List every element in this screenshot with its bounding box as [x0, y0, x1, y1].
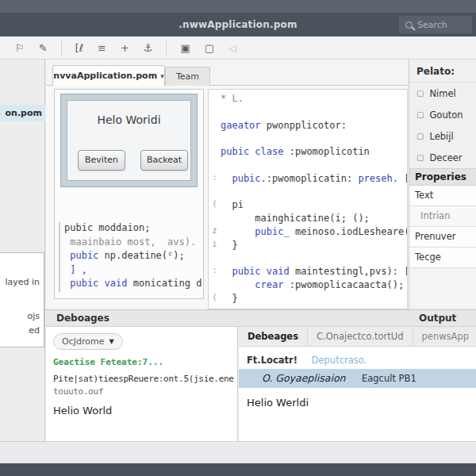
editor-zone: nvvaApplication.pom▾ Team Helo Woridi Be… — [46, 60, 409, 309]
code-token: } — [221, 240, 238, 253]
palette-item-lebijl[interactable]: ▢Lebijl — [409, 125, 476, 147]
search-icon — [405, 21, 413, 29]
gutter-mark: z — [209, 226, 221, 240]
window-top-strip — [0, 0, 476, 13]
gutter-mark — [209, 132, 221, 146]
code-token: monicating d — [133, 278, 202, 289]
console-line: Geactise Feteate:7... — [53, 357, 237, 367]
search-box[interactable]: Search — [399, 16, 472, 33]
palette-item-nimel[interactable]: ▢Nimel — [409, 83, 476, 104]
output-panel: DebeagesC.Onajectco.tortUdpenwsApp Ft.Lo… — [239, 327, 476, 441]
component-icon: ▢ — [416, 110, 424, 119]
code-token: :pwomoplicotin — [290, 146, 370, 159]
code-line: ( pi — [209, 199, 407, 213]
status-bar — [0, 441, 476, 463]
console-line: Pite|sat)tieespReuere:ont.5(jsie.ene — [53, 374, 237, 384]
code-line: pubic np.deatine(ᶜ); — [64, 250, 202, 264]
output-tabs: DebeagesC.Onajectco.tortUdpenwsApp — [239, 327, 476, 347]
list-icon[interactable]: ≡ — [98, 42, 106, 54]
code-token: pubic moddaion; — [64, 222, 150, 233]
gutter-mark — [209, 93, 221, 106]
frame-icon[interactable]: ▣ — [180, 42, 190, 54]
property-row-tecge[interactable]: Tecge — [409, 248, 476, 268]
palette-item-deceer[interactable]: ▢Deceer — [409, 147, 476, 168]
debug-console: OcJdrome ▼ Geactise Feteate:7...Pite|sat… — [46, 327, 238, 441]
palette-item-label: Deceer — [429, 152, 462, 163]
output-panel-title: Output — [419, 310, 456, 326]
console-dropdown[interactable]: OcJdrome ▼ — [53, 333, 123, 350]
anchor-icon[interactable]: ⚓ — [144, 42, 153, 54]
tab-team[interactable]: Team — [165, 67, 210, 86]
gutter-mark: ( — [209, 199, 221, 213]
code-line: maainbaio most, avs). — [64, 236, 202, 251]
property-row-text[interactable]: Text — [409, 186, 476, 206]
code-line: gaeator pwonpplicotor: — [209, 120, 407, 133]
code-token: :pwomoplicacaacta(); — [290, 279, 405, 293]
code-icon[interactable]: [ℓ — [75, 42, 83, 54]
gutter-mark — [209, 106, 221, 120]
output-selected-row[interactable]: O. Goyaeplisaion Eagcult PB1 — [239, 369, 476, 388]
component-icon: ▢ — [416, 153, 424, 162]
document-icon[interactable]: ▢ — [205, 42, 214, 54]
output-tab[interactable]: Debeages — [239, 327, 308, 346]
form-preview-frame: Helo Woridi Beviten Backeat — [60, 94, 198, 187]
tab-active-file[interactable]: nvvaApplication.pom▾ — [52, 65, 165, 86]
output-tab[interactable]: penwsApp — [413, 327, 476, 346]
property-row-intrian[interactable]: Intrian — [409, 206, 476, 227]
code-editor[interactable]: * L.gaeator pwonpplicotor:pubic clase :p… — [208, 89, 408, 309]
code-token: * L. — [221, 93, 244, 106]
code-line: : pubic.:pwomoplicatin: preseh. [ — [209, 173, 407, 186]
selected-row-name: O. Goyaeplisaion — [262, 369, 345, 388]
preview-button-2[interactable]: Backeat — [140, 150, 188, 171]
right-sidebar: Pelato: ▢Nimel▢Gouton▢Lebijl▢Deceer Prop… — [409, 60, 476, 309]
code-token: maainbaio most, avs). — [64, 236, 196, 248]
output-tab[interactable]: C.Onajectco.tortUd — [308, 327, 413, 346]
form-preview-canvas: Helo Woridi Beviten Backeat — [67, 100, 191, 181]
sidebar-filler — [409, 268, 476, 308]
code-token: pubic — [64, 250, 105, 261]
locator-row: Ft.Locatr! Deputcraso. — [247, 355, 367, 366]
palette-item-gouton[interactable]: ▢Gouton — [409, 104, 476, 125]
preview-button-1[interactable]: Beviten — [78, 150, 125, 171]
code-line: z pubic_ meinoso.iodLesheare(: — [209, 226, 407, 240]
properties-header: Properies — [409, 168, 476, 186]
rail-text-fragment: ed — [29, 325, 40, 336]
palette-header: Pelato: — [409, 60, 476, 83]
code-token: pubic vaid — [64, 278, 133, 289]
ide-window: .nwwApplication.pom Search ⚐✎[ℓ≡+⚓▣▢◁ on… — [0, 0, 476, 476]
code-line: pubic moddaion; — [64, 222, 202, 236]
gutter-mark: i — [209, 240, 221, 253]
gutter-mark — [209, 120, 221, 133]
designer-code: pubic moddaion; maainbaio most, avs). pu… — [59, 222, 202, 292]
code-line: mainghicatine(i; (); — [209, 213, 407, 226]
add-icon[interactable]: + — [121, 42, 129, 54]
gutter-mark — [209, 159, 221, 173]
property-row-prenuver[interactable]: Prenuver — [409, 227, 476, 248]
mute-icon[interactable]: ◁ — [228, 42, 236, 54]
console-lines: Geactise Feteate:7...Pite|sat)tieespReue… — [53, 357, 237, 416]
rail-selected-item[interactable]: on.pom — [0, 105, 45, 121]
code-token: pubic_ — [221, 226, 295, 240]
code-token: pi — [221, 199, 244, 213]
code-token: pubic clase — [221, 146, 290, 159]
code-line: : pubic vaid maintestingl,pvs): [ — [209, 266, 407, 279]
code-line: pubic clase :pwomoplicotin — [209, 146, 407, 159]
selected-row-value: Eagcult PB1 — [362, 369, 416, 388]
gutter-mark — [209, 253, 221, 267]
pen-icon[interactable]: ✎ — [39, 42, 48, 54]
window-footer-strip — [0, 463, 476, 476]
search-label: Search — [417, 20, 447, 30]
gutter-mark: : — [209, 266, 221, 279]
code-token: meinoso.iodLesheare(: — [295, 226, 408, 240]
code-token: preseh. — [358, 173, 404, 186]
designer-panel[interactable]: Helo Woridi Beviten Backeat pubic moddai… — [54, 89, 204, 299]
code-line — [209, 106, 407, 120]
gutter-mark: ( — [209, 293, 221, 306]
flag-icon[interactable]: ⚐ — [15, 42, 25, 54]
output-result-line: Helio Werldi — [247, 397, 309, 409]
code-line — [209, 159, 407, 173]
code-line — [209, 132, 407, 146]
bottom-panel-header: Deboages Output — [46, 309, 476, 327]
code-line: pubic vaid monicating d — [64, 278, 202, 292]
rail-popup: layed inojsed — [0, 252, 44, 347]
